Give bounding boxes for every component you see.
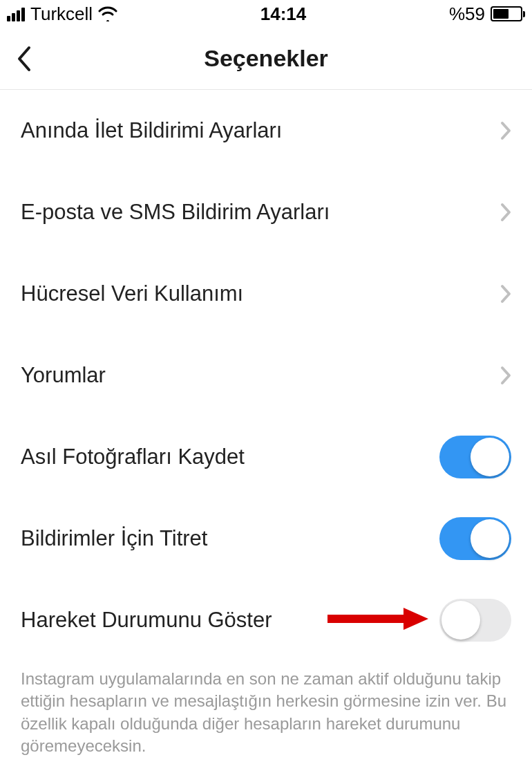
row-vibrate-notifications: Bildirimler İçin Titret: [21, 498, 511, 579]
clock: 14:14: [117, 3, 449, 25]
row-label: Yorumlar: [21, 363, 106, 388]
wifi-icon: [98, 6, 117, 21]
row-label: E-posta ve SMS Bildirim Ayarları: [21, 200, 330, 225]
row-show-activity-status: Hareket Durumunu Göster: [21, 579, 511, 661]
settings-list: Anında İlet Bildirimi Ayarları E-posta v…: [0, 90, 532, 661]
arrow-annotation-icon: [326, 605, 430, 635]
row-label: Asıl Fotoğrafları Kaydet: [21, 445, 245, 469]
row-email-sms-notifications[interactable]: E-posta ve SMS Bildirim Ayarları: [21, 171, 511, 253]
row-push-notifications[interactable]: Anında İlet Bildirimi Ayarları: [21, 90, 511, 171]
row-label: Hücresel Veri Kullanımı: [21, 281, 243, 306]
back-button[interactable]: [0, 28, 48, 89]
nav-header: Seçenekler: [0, 28, 532, 90]
chevron-right-icon: [500, 121, 511, 140]
row-save-original-photos: Asıl Fotoğrafları Kaydet: [21, 416, 511, 498]
chevron-right-icon: [500, 284, 511, 304]
chevron-right-icon: [500, 366, 511, 385]
row-label: Hareket Durumunu Göster: [21, 608, 272, 633]
row-label: Bildirimler İçin Titret: [21, 526, 207, 551]
carrier-label: Turkcell: [30, 3, 93, 25]
row-comments[interactable]: Yorumlar: [21, 335, 511, 416]
activity-status-description: Instagram uygulamalarında en son ne zama…: [0, 661, 532, 758]
toggle-save-original-photos[interactable]: [439, 436, 511, 478]
toggle-show-activity-status[interactable]: [439, 599, 511, 642]
toggle-vibrate-notifications[interactable]: [439, 517, 511, 560]
row-label: Anında İlet Bildirimi Ayarları: [21, 118, 282, 143]
svg-marker-1: [403, 608, 428, 630]
battery-percent: %59: [449, 3, 485, 25]
signal-icon: [7, 6, 25, 21]
row-cellular-data[interactable]: Hücresel Veri Kullanımı: [21, 253, 511, 335]
battery-icon: [491, 6, 525, 21]
page-title: Seçenekler: [0, 45, 532, 72]
chevron-right-icon: [500, 203, 511, 222]
status-bar: Turkcell 14:14 %59: [0, 0, 532, 28]
